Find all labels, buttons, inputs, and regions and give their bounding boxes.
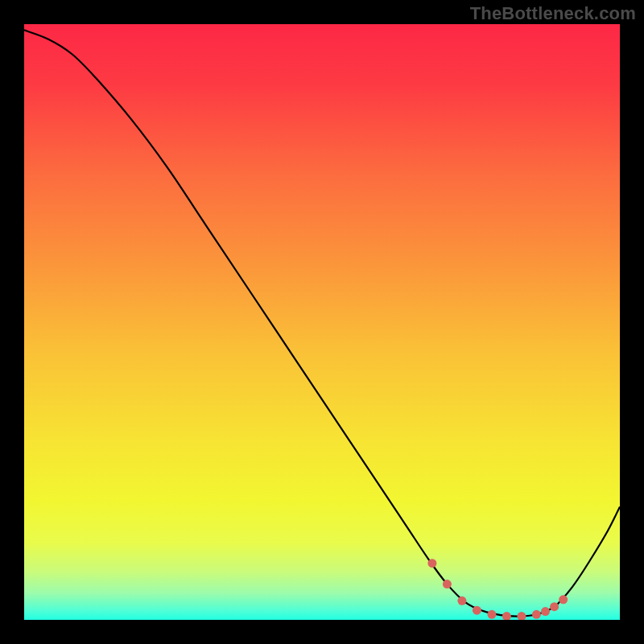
highlight-dot <box>559 595 568 604</box>
gradient-background <box>24 24 620 620</box>
highlight-dot <box>443 580 452 588</box>
highlight-dot <box>550 602 559 611</box>
highlight-dot <box>427 559 436 568</box>
chart-frame: TheBottleneck.com <box>0 0 644 644</box>
plot-area <box>24 24 620 620</box>
highlight-dot <box>532 610 541 619</box>
highlight-dot <box>473 606 481 615</box>
highlight-dot <box>541 607 550 616</box>
highlight-dot <box>457 597 466 605</box>
highlight-dot <box>487 610 496 619</box>
chart-svg <box>24 24 620 620</box>
watermark-text: TheBottleneck.com <box>470 3 636 24</box>
